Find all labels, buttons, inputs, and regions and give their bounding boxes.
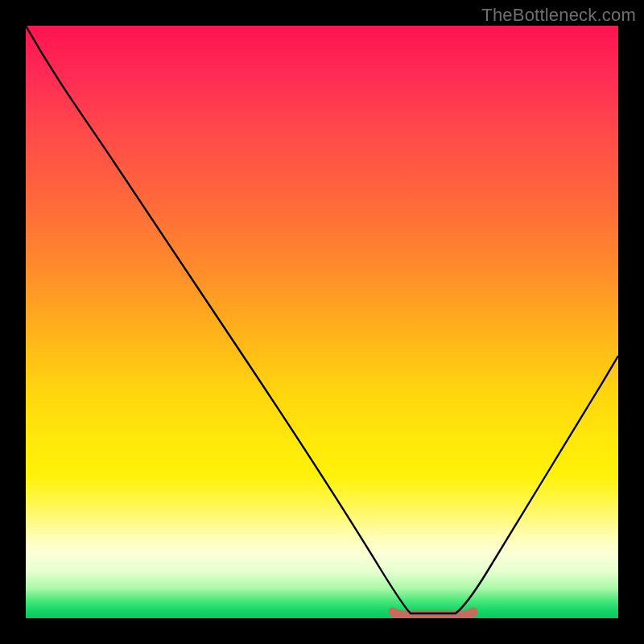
watermark-text: TheBottleneck.com bbox=[481, 5, 636, 26]
chart-svg bbox=[26, 26, 618, 618]
bottleneck-curve bbox=[26, 26, 618, 613]
chart-frame: TheBottleneck.com bbox=[0, 0, 644, 644]
chart-plot-area bbox=[26, 26, 618, 618]
